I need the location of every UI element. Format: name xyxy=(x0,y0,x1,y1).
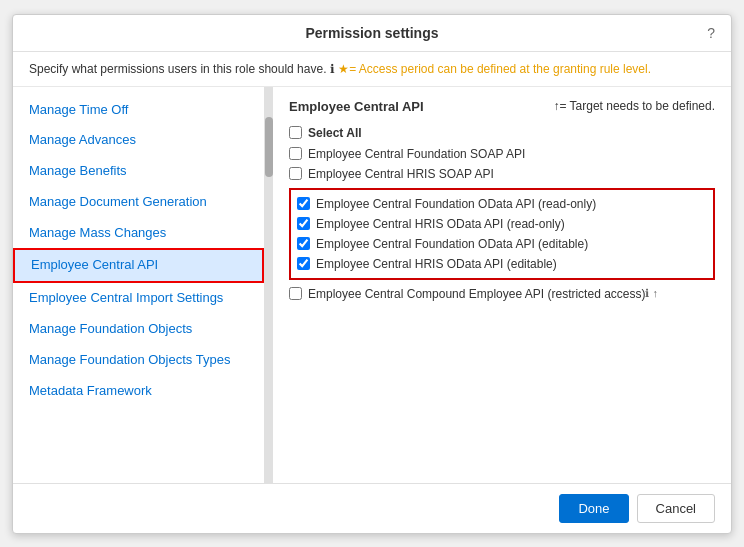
section-title: Employee Central API xyxy=(289,99,424,114)
sidebar-item-manage-document-generation[interactable]: Manage Document Generation xyxy=(13,187,264,218)
sidebar-item-manage-time-off[interactable]: Manage Time Off xyxy=(13,95,264,126)
checkbox-ec-hris-odata-readonly[interactable] xyxy=(297,217,310,230)
dialog-header: Permission settings ? xyxy=(13,15,731,52)
sidebar-item-employee-central-import-settings[interactable]: Employee Central Import Settings xyxy=(13,283,264,314)
checkbox-row-ec-hris-odata-editable: Employee Central HRIS OData API (editabl… xyxy=(297,254,707,274)
highlighted-checkboxes-box: Employee Central Foundation OData API (r… xyxy=(289,188,715,280)
checkbox-row-ec-hris-odata-readonly: Employee Central HRIS OData API (read-on… xyxy=(297,214,707,234)
sidebar-wrapper: Manage Time OffManage AdvancesManage Ben… xyxy=(13,87,273,483)
sidebar-item-manage-foundation-objects-types[interactable]: Manage Foundation Objects Types xyxy=(13,345,264,376)
dialog-body: Specify what permissions users in this r… xyxy=(13,52,731,483)
checkboxes-container: Select All Employee Central Foundation S… xyxy=(289,122,715,304)
checkbox-ec-hris-odata-editable[interactable] xyxy=(297,257,310,270)
checkbox-row-ec-foundation-odata-editable: Employee Central Foundation OData API (e… xyxy=(297,234,707,254)
checkbox-label-ec-foundation-odata-editable: Employee Central Foundation OData API (e… xyxy=(316,237,588,251)
star-note: ★= Access period can be defined at the g… xyxy=(338,62,651,76)
main-area: Manage Time OffManage AdvancesManage Ben… xyxy=(13,87,731,483)
select-all-label: Select All xyxy=(308,126,362,140)
dialog-footer: Done Cancel xyxy=(13,483,731,533)
sidebar: Manage Time OffManage AdvancesManage Ben… xyxy=(13,87,265,483)
target-note: ↑= Target needs to be defined. xyxy=(553,99,715,114)
select-all-checkbox[interactable] xyxy=(289,126,302,139)
sidebar-item-manage-advances[interactable]: Manage Advances xyxy=(13,125,264,156)
checkbox-label-ec-foundation-soap: Employee Central Foundation SOAP API xyxy=(308,147,525,161)
checkbox-row-ec-foundation-soap: Employee Central Foundation SOAP API xyxy=(289,144,715,164)
sidebar-item-manage-foundation-objects[interactable]: Manage Foundation Objects xyxy=(13,314,264,345)
checkboxes-list: Employee Central Foundation SOAP APIEmpl… xyxy=(289,144,715,304)
dialog-title: Permission settings xyxy=(305,25,438,41)
checkbox-label-ec-foundation-odata-readonly: Employee Central Foundation OData API (r… xyxy=(316,197,596,211)
info-target-icon: ℹ ↑ xyxy=(645,287,658,300)
sidebar-item-manage-mass-changes[interactable]: Manage Mass Changes xyxy=(13,218,264,249)
cancel-button[interactable]: Cancel xyxy=(637,494,715,523)
checkbox-ec-foundation-soap[interactable] xyxy=(289,147,302,160)
sidebar-scrollbar[interactable] xyxy=(265,87,273,483)
checkbox-ec-hris-soap[interactable] xyxy=(289,167,302,180)
sidebar-scroll-thumb[interactable] xyxy=(265,117,273,177)
permission-settings-dialog: Permission settings ? Specify what permi… xyxy=(12,14,732,534)
select-all-row: Select All xyxy=(289,122,715,144)
info-text: Specify what permissions users in this r… xyxy=(29,62,326,76)
content-area: Employee Central API ↑= Target needs to … xyxy=(273,87,731,483)
checkbox-ec-compound-employee[interactable] xyxy=(289,287,302,300)
checkbox-row-ec-foundation-odata-readonly: Employee Central Foundation OData API (r… xyxy=(297,194,707,214)
checkbox-ec-foundation-odata-readonly[interactable] xyxy=(297,197,310,210)
sidebar-item-manage-benefits[interactable]: Manage Benefits xyxy=(13,156,264,187)
sidebar-item-metadata-framework[interactable]: Metadata Framework xyxy=(13,376,264,407)
checkbox-label-ec-hris-soap: Employee Central HRIS SOAP API xyxy=(308,167,494,181)
section-header: Employee Central API ↑= Target needs to … xyxy=(289,99,715,114)
info-bar: Specify what permissions users in this r… xyxy=(13,52,731,87)
help-icon[interactable]: ? xyxy=(707,25,715,41)
checkbox-row-ec-compound-employee: Employee Central Compound Employee API (… xyxy=(289,284,715,304)
checkbox-label-ec-hris-odata-editable: Employee Central HRIS OData API (editabl… xyxy=(316,257,557,271)
checkbox-label-ec-hris-odata-readonly: Employee Central HRIS OData API (read-on… xyxy=(316,217,565,231)
checkbox-ec-foundation-odata-editable[interactable] xyxy=(297,237,310,250)
checkbox-label-ec-compound-employee: Employee Central Compound Employee API (… xyxy=(308,287,645,301)
done-button[interactable]: Done xyxy=(559,494,628,523)
checkbox-row-ec-hris-soap: Employee Central HRIS SOAP API xyxy=(289,164,715,184)
sidebar-item-employee-central-api[interactable]: Employee Central API xyxy=(13,248,264,283)
info-icon: ℹ xyxy=(330,62,338,76)
